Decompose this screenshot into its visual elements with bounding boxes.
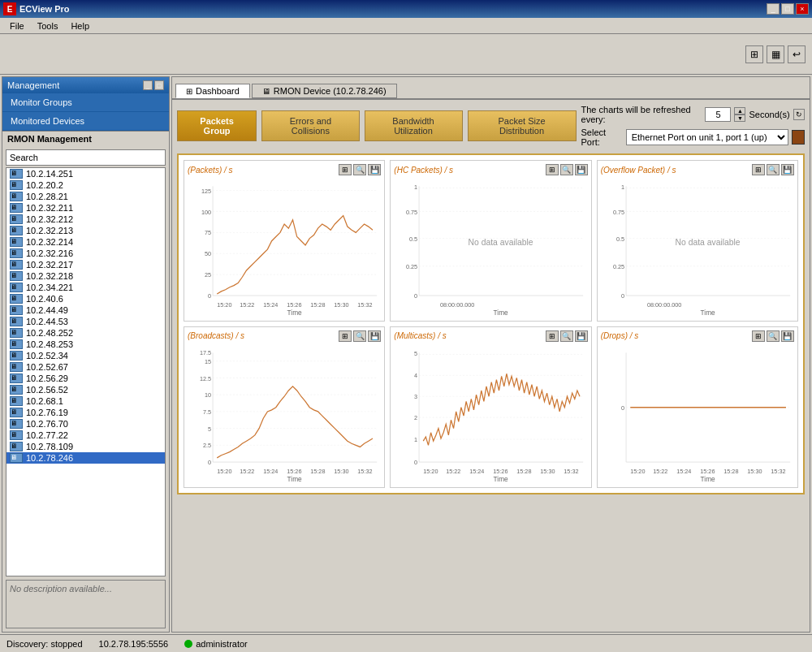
menu-help[interactable]: Help — [64, 19, 96, 32]
svg-text:15:20: 15:20 — [217, 301, 231, 309]
tab-dashboard[interactable]: ⊞ Dashboard — [175, 84, 250, 98]
right-panel: ⊞ Dashboard 🖥 RMON Device (10.2.78.246) … — [171, 76, 810, 633]
device-icon: 🖥 — [10, 237, 23, 247]
list-item[interactable]: 🖥10.2.34.221 — [6, 282, 165, 293]
menu-tools[interactable]: Tools — [31, 19, 65, 32]
tab-rmon-device[interactable]: 🖥 RMON Device (10.2.78.246) — [252, 84, 397, 98]
chart-zoom-btn[interactable]: 🔍 — [353, 330, 366, 342]
list-item[interactable]: 🖥10.2.77.22 — [6, 430, 165, 441]
refresh-icon-btn[interactable]: ↻ — [793, 109, 805, 120]
list-item[interactable]: 🖥10.2.68.1 — [6, 395, 165, 407]
list-item[interactable]: 🖥10.2.76.70 — [6, 418, 165, 430]
chart-export-btn[interactable]: 💾 — [781, 330, 794, 342]
list-item[interactable]: 🖥10.2.44.53 — [6, 316, 165, 327]
svg-text:No data available: No data available — [675, 238, 740, 247]
list-item[interactable]: 🖥10.2.20.2 — [6, 179, 165, 191]
chart-export-btn[interactable]: 💾 — [368, 330, 381, 342]
chart-zoom-btn[interactable]: 🔍 — [767, 330, 780, 342]
refresh-spinner[interactable]: ▲ ▼ — [734, 107, 745, 122]
packet-size-dist-button[interactable]: Packet Size Distribution — [468, 110, 577, 141]
chart-zoom-btn[interactable]: 🔍 — [560, 330, 573, 342]
list-item[interactable]: 🖥10.2.32.213 — [6, 225, 165, 236]
device-list[interactable]: 🖥10.2.14.251 🖥10.2.20.2 🖥10.2.28.21 🖥10.… — [6, 167, 166, 576]
maximize-button[interactable]: □ — [781, 3, 794, 15]
list-item[interactable]: 🖥10.2.76.19 — [6, 407, 165, 418]
bandwidth-utilization-button[interactable]: Bandwidth Utilization — [365, 110, 463, 141]
chart-export-btn[interactable]: 💾 — [575, 164, 588, 175]
list-item[interactable]: 🖥10.2.32.214 — [6, 236, 165, 248]
description-area: No description available... — [6, 580, 166, 628]
user-status: administrator — [184, 639, 248, 649]
menu-file[interactable]: File — [3, 19, 31, 32]
chart-table-btn[interactable]: ⊞ — [752, 330, 765, 342]
chart-packets-body: 0 25 50 75 100 125 — [188, 177, 381, 317]
list-item[interactable]: 🖥10.2.48.253 — [6, 339, 165, 350]
svg-text:15:20: 15:20 — [424, 468, 438, 475]
spin-up-btn[interactable]: ▲ — [734, 107, 745, 114]
chart-table-btn[interactable]: ⊞ — [546, 164, 559, 175]
close-button[interactable]: × — [796, 3, 809, 15]
chart-export-btn[interactable]: 💾 — [781, 164, 794, 175]
spin-down-btn[interactable]: ▼ — [734, 114, 745, 122]
chart-zoom-btn[interactable]: 🔍 — [353, 164, 366, 175]
svg-text:125: 125 — [201, 188, 211, 195]
window-controls[interactable]: _ □ × — [767, 3, 809, 15]
chart-table-btn[interactable]: ⊞ — [339, 164, 352, 175]
list-item[interactable]: 🖥10.2.78.109 — [6, 441, 165, 452]
port-select[interactable]: Ethernet Port on unit 1, port 1 (up) — [626, 129, 788, 145]
errors-collisions-button[interactable]: Errors and Collisions — [261, 110, 359, 141]
minimize-button[interactable]: _ — [767, 3, 780, 15]
svg-text:0: 0 — [621, 292, 624, 300]
rmon-management-label: RMON Management — [2, 131, 169, 146]
list-item[interactable]: 🖥10.2.40.6 — [6, 293, 165, 304]
svg-text:15:22: 15:22 — [240, 468, 254, 475]
list-item[interactable]: 🖥10.2.32.211 — [6, 202, 165, 214]
refresh-value-input[interactable] — [705, 107, 731, 122]
chart-table-btn[interactable]: ⊞ — [752, 164, 765, 175]
svg-text:Time: Time — [700, 476, 715, 483]
device-icon: 🖥 — [10, 339, 23, 349]
list-item[interactable]: 🖥10.2.48.252 — [6, 327, 165, 339]
svg-text:0: 0 — [208, 459, 211, 466]
list-item[interactable]: 🖥10.2.32.218 — [6, 270, 165, 282]
chart-zoom-btn[interactable]: 🔍 — [560, 164, 573, 175]
chart-export-btn[interactable]: 💾 — [368, 164, 381, 175]
list-item[interactable]: 🖥10.2.32.212 — [6, 214, 165, 225]
nav-monitored-devices[interactable]: Monitored Devices — [2, 112, 169, 130]
packets-group-button[interactable]: Packets Group — [177, 110, 257, 141]
toolbar-table-icon[interactable]: ▦ — [767, 45, 784, 63]
panel-restore-btn[interactable]: □ — [154, 80, 164, 90]
chart-zoom-btn[interactable]: 🔍 — [767, 164, 780, 175]
list-item-selected[interactable]: 🖥10.2.78.246 — [6, 452, 165, 464]
list-item[interactable]: 🖥10.2.28.21 — [6, 191, 165, 202]
list-item[interactable]: 🖥10.2.44.49 — [6, 304, 165, 316]
svg-text:15:30: 15:30 — [541, 468, 555, 475]
chart-hc-packets-body: 0 0.25 0.5 0.75 1 08:00:00.000 Time No d… — [394, 177, 587, 317]
svg-text:1: 1 — [621, 184, 624, 192]
nav-monitor-groups[interactable]: Monitor Groups — [2, 93, 169, 111]
list-item[interactable]: 🖥10.2.14.251 — [6, 168, 165, 179]
list-item[interactable]: 🖥10.2.52.67 — [6, 361, 165, 373]
list-item[interactable]: 🖥10.2.32.217 — [6, 259, 165, 270]
chart-export-btn[interactable]: 💾 — [575, 330, 588, 342]
list-item[interactable]: 🖥10.2.56.52 — [6, 384, 165, 395]
svg-text:2: 2 — [414, 414, 417, 421]
list-item[interactable]: 🖥10.2.52.34 — [6, 350, 165, 361]
svg-text:No data available: No data available — [469, 238, 533, 247]
device-icon: 🖥 — [10, 373, 23, 383]
chart-table-btn[interactable]: ⊞ — [546, 330, 559, 342]
toolbar-grid-icon[interactable]: ⊞ — [745, 45, 763, 63]
chart-packets-header: (Packets) / s ⊞ 🔍 💾 — [188, 164, 381, 175]
svg-text:75: 75 — [205, 229, 211, 236]
dashboard-content: Packets Group Errors and Collisions Band… — [172, 100, 810, 632]
svg-text:15:32: 15:32 — [564, 468, 579, 475]
panel-minimize-btn[interactable]: _ — [143, 80, 153, 90]
device-icon: 🖥 — [10, 453, 23, 463]
search-input[interactable] — [6, 149, 166, 166]
toolbar-arrow-icon[interactable]: ↩ — [788, 45, 806, 63]
chart-table-btn[interactable]: ⊞ — [339, 330, 352, 342]
chart-broadcasts: (Broadcasts) / s ⊞ 🔍 💾 0 2.5 — [184, 326, 385, 488]
list-item[interactable]: 🖥10.2.32.216 — [6, 248, 165, 259]
list-item[interactable]: 🖥10.2.56.29 — [6, 373, 165, 384]
chart-hc-packets-title: (HC Packets) / s — [394, 166, 453, 175]
